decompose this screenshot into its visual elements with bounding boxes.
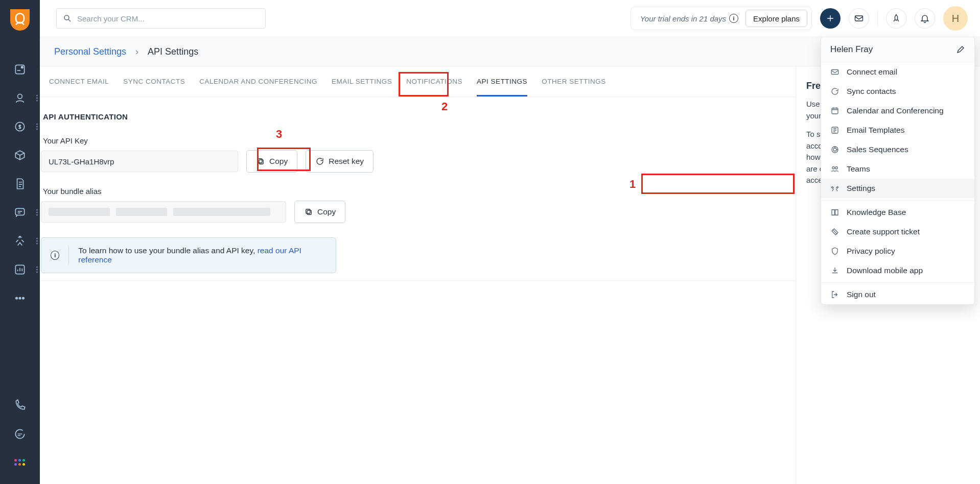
tab-api-settings[interactable]: API SETTINGS	[470, 66, 534, 96]
chevron-right-icon: ›	[135, 46, 138, 57]
menu-sales-sequences[interactable]: Sales Sequences	[821, 140, 974, 159]
reset-api-key-button[interactable]: Reset key	[306, 150, 374, 173]
svg-point-6	[16, 297, 17, 299]
menu-knowledge-base[interactable]: Knowledge Base	[821, 203, 974, 222]
settings-icon	[830, 184, 839, 193]
svg-rect-12	[258, 159, 262, 163]
tab-other-settings[interactable]: OTHER SETTINGS	[534, 66, 613, 96]
api-key-label: Your API Key	[43, 136, 600, 145]
sync-icon	[830, 87, 839, 96]
ticket-icon	[830, 227, 839, 236]
bell-icon	[920, 13, 930, 23]
nav-documents[interactable]	[0, 170, 40, 198]
tab-email-settings[interactable]: EMAIL SETTINGS	[324, 66, 399, 96]
nav-more[interactable]	[0, 284, 40, 312]
plus-icon	[825, 13, 835, 23]
menu-support-ticket[interactable]: Create support ticket	[821, 222, 974, 241]
svg-rect-16	[832, 108, 838, 114]
nav-deals[interactable]	[0, 112, 40, 141]
nav-dashboard[interactable]	[0, 55, 40, 84]
notifications-button[interactable]	[915, 8, 935, 29]
svg-rect-11	[259, 160, 263, 164]
nav-app-switcher[interactable]	[0, 448, 40, 477]
bundle-alias-label: Your bundle alias	[43, 187, 600, 196]
target-icon	[830, 145, 839, 154]
nav-conversations[interactable]	[0, 198, 40, 227]
signout-icon	[830, 290, 839, 299]
download-icon	[830, 266, 839, 275]
divider	[877, 10, 878, 27]
breadcrumb-current: API Settings	[148, 46, 198, 57]
menu-privacy-policy[interactable]: Privacy policy	[821, 241, 974, 261]
svg-point-7	[19, 297, 20, 299]
menu-settings[interactable]: Settings	[821, 179, 974, 198]
explore-plans-button[interactable]: Explore plans	[745, 10, 807, 27]
menu-download-app[interactable]: Download mobile app	[821, 261, 974, 280]
teams-icon	[830, 164, 839, 174]
settings-tabs: CONNECT EMAIL SYNC CONTACTS CALENDAR AND…	[40, 66, 796, 97]
menu-calendar[interactable]: Calendar and Conferencing	[821, 101, 974, 120]
email-button[interactable]	[849, 8, 869, 29]
menu-sign-out[interactable]: Sign out	[821, 285, 974, 304]
trial-banner: Your trial ends in 21 days i Explore pla…	[631, 7, 812, 30]
rocket-icon	[891, 13, 901, 23]
menu-dots-icon[interactable]	[36, 267, 38, 273]
trial-text: Your trial ends in 21 days i	[640, 14, 738, 23]
nav-phone[interactable]	[0, 391, 40, 420]
mail-icon	[854, 13, 864, 23]
edit-icon[interactable]	[956, 45, 965, 54]
tab-sync-contacts[interactable]: SYNC CONTACTS	[116, 66, 192, 96]
nav-chat[interactable]	[0, 420, 40, 448]
template-icon	[830, 126, 839, 135]
menu-connect-email[interactable]: Connect email	[821, 62, 974, 82]
nav-contacts[interactable]	[0, 84, 40, 112]
tab-calendar-conferencing[interactable]: CALENDAR AND CONFERENCING	[192, 66, 324, 96]
copy-api-key-button[interactable]: Copy	[246, 150, 297, 173]
search-input[interactable]: Search your CRM...	[56, 8, 266, 29]
svg-point-19	[833, 148, 836, 151]
shield-icon	[830, 247, 839, 256]
book-icon	[830, 208, 839, 217]
menu-dots-icon[interactable]	[36, 124, 38, 130]
user-menu-dropdown: Helen Fray Connect email Sync contacts C…	[821, 37, 975, 305]
user-menu-name: Helen Fray	[830, 44, 873, 55]
svg-point-9	[64, 15, 69, 20]
copy-icon	[304, 207, 313, 216]
calendar-icon	[830, 106, 839, 115]
reset-icon	[315, 157, 324, 166]
left-nav-rail	[0, 0, 40, 484]
copy-bundle-alias-button[interactable]: Copy	[294, 201, 345, 223]
svg-point-20	[832, 167, 835, 170]
tab-notifications[interactable]: NOTIFICATIONS	[399, 66, 470, 96]
nav-reports[interactable]	[0, 255, 40, 284]
mail-icon	[830, 67, 839, 77]
app-logo[interactable]	[10, 9, 30, 31]
tab-connect-email[interactable]: CONNECT EMAIL	[42, 66, 116, 96]
menu-sync-contacts[interactable]: Sync contacts	[821, 82, 974, 101]
bundle-alias-field[interactable]	[41, 201, 286, 223]
nav-products[interactable]	[0, 141, 40, 170]
menu-dots-icon[interactable]	[36, 238, 38, 245]
menu-email-templates[interactable]: Email Templates	[821, 120, 974, 140]
svg-rect-15	[831, 70, 838, 75]
nav-automation[interactable]	[0, 227, 40, 255]
info-icon[interactable]: i	[729, 14, 738, 23]
section-title: API AUTHENTICATION	[43, 112, 600, 121]
svg-point-2	[18, 94, 22, 99]
add-new-button[interactable]	[820, 8, 841, 29]
copy-icon	[256, 157, 265, 166]
search-placeholder: Search your CRM...	[77, 14, 145, 23]
banner-text: To learn how to use your bundle alias an…	[78, 246, 326, 264]
menu-dots-icon[interactable]	[36, 95, 38, 102]
svg-rect-10	[855, 16, 863, 21]
breadcrumb-root[interactable]: Personal Settings	[54, 46, 126, 57]
svg-point-21	[835, 167, 838, 170]
menu-teams[interactable]: Teams	[821, 159, 974, 179]
api-info-banner: i To learn how to use your bundle alias …	[41, 237, 336, 273]
user-avatar[interactable]: H	[943, 6, 968, 31]
api-key-field[interactable]	[41, 151, 238, 172]
freddy-ai-button[interactable]	[886, 8, 906, 29]
menu-dots-icon[interactable]	[36, 209, 38, 216]
info-icon: i	[51, 251, 59, 260]
svg-rect-13	[307, 210, 311, 214]
